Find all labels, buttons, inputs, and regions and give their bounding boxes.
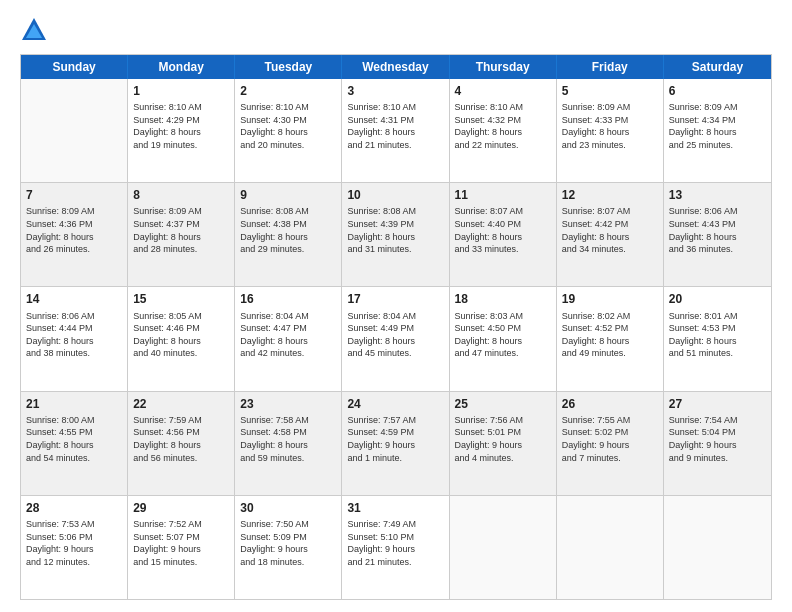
cell-info-line: Daylight: 9 hours [347,439,443,452]
cell-info-line: Sunset: 4:33 PM [562,114,658,127]
calendar-row: 28Sunrise: 7:53 AMSunset: 5:06 PMDayligh… [21,496,771,599]
cell-info-line: Daylight: 8 hours [455,335,551,348]
cell-info-line: Sunset: 5:09 PM [240,531,336,544]
day-number: 22 [133,396,229,412]
cell-info-line: and 29 minutes. [240,243,336,256]
cell-info-line: Daylight: 9 hours [133,543,229,556]
cell-info-line: Sunset: 4:52 PM [562,322,658,335]
cell-info-line: and 56 minutes. [133,452,229,465]
cell-info-line: Daylight: 8 hours [133,126,229,139]
cell-info-line: Daylight: 8 hours [240,335,336,348]
cell-info-line: Daylight: 8 hours [240,126,336,139]
cell-info-line: Daylight: 8 hours [26,335,122,348]
cell-info-line: Daylight: 8 hours [669,126,766,139]
cell-info-line: Sunrise: 8:10 AM [347,101,443,114]
calendar-cell: 29Sunrise: 7:52 AMSunset: 5:07 PMDayligh… [128,496,235,599]
cell-info-line: Sunrise: 8:02 AM [562,310,658,323]
calendar-cell: 8Sunrise: 8:09 AMSunset: 4:37 PMDaylight… [128,183,235,286]
cell-info-line: Daylight: 8 hours [26,439,122,452]
calendar-cell: 3Sunrise: 8:10 AMSunset: 4:31 PMDaylight… [342,79,449,182]
calendar-cell: 9Sunrise: 8:08 AMSunset: 4:38 PMDaylight… [235,183,342,286]
cell-info-line: and 47 minutes. [455,347,551,360]
cell-info-line: and 19 minutes. [133,139,229,152]
cell-info-line: Sunset: 5:07 PM [133,531,229,544]
calendar-cell: 17Sunrise: 8:04 AMSunset: 4:49 PMDayligh… [342,287,449,390]
calendar-cell: 5Sunrise: 8:09 AMSunset: 4:33 PMDaylight… [557,79,664,182]
cell-info-line: and 22 minutes. [455,139,551,152]
cell-info-line: Sunset: 4:47 PM [240,322,336,335]
cell-info-line: Sunrise: 7:52 AM [133,518,229,531]
calendar-cell: 24Sunrise: 7:57 AMSunset: 4:59 PMDayligh… [342,392,449,495]
cell-info-line: Sunrise: 8:07 AM [562,205,658,218]
cell-info-line: Sunset: 4:31 PM [347,114,443,127]
cell-info-line: Sunset: 4:49 PM [347,322,443,335]
cell-info-line: and 15 minutes. [133,556,229,569]
cell-info-line: Sunrise: 8:01 AM [669,310,766,323]
cell-info-line: Sunrise: 8:08 AM [240,205,336,218]
day-number: 7 [26,187,122,203]
cell-info-line: Sunset: 5:01 PM [455,426,551,439]
calendar-cell: 13Sunrise: 8:06 AMSunset: 4:43 PMDayligh… [664,183,771,286]
cell-info-line: Daylight: 9 hours [240,543,336,556]
cell-info-line: Sunset: 4:50 PM [455,322,551,335]
cell-info-line: and 51 minutes. [669,347,766,360]
day-number: 17 [347,291,443,307]
cell-info-line: Sunset: 4:42 PM [562,218,658,231]
cell-info-line: Daylight: 8 hours [347,335,443,348]
cell-info-line: Daylight: 8 hours [133,231,229,244]
cell-info-line: Sunrise: 8:04 AM [240,310,336,323]
day-number: 8 [133,187,229,203]
cell-info-line: and 26 minutes. [26,243,122,256]
cell-info-line: and 40 minutes. [133,347,229,360]
calendar-cell: 23Sunrise: 7:58 AMSunset: 4:58 PMDayligh… [235,392,342,495]
cell-info-line: and 59 minutes. [240,452,336,465]
calendar-cell: 25Sunrise: 7:56 AMSunset: 5:01 PMDayligh… [450,392,557,495]
cell-info-line: Sunset: 4:40 PM [455,218,551,231]
cell-info-line: and 45 minutes. [347,347,443,360]
day-number: 11 [455,187,551,203]
cell-info-line: and 54 minutes. [26,452,122,465]
cell-info-line: Sunset: 4:55 PM [26,426,122,439]
cell-info-line: and 21 minutes. [347,556,443,569]
calendar-cell [450,496,557,599]
calendar-header-cell: Friday [557,55,664,79]
calendar-cell: 30Sunrise: 7:50 AMSunset: 5:09 PMDayligh… [235,496,342,599]
cell-info-line: Sunrise: 8:04 AM [347,310,443,323]
calendar-cell: 31Sunrise: 7:49 AMSunset: 5:10 PMDayligh… [342,496,449,599]
cell-info-line: Sunrise: 8:05 AM [133,310,229,323]
cell-info-line: Sunrise: 7:57 AM [347,414,443,427]
cell-info-line: Sunset: 4:36 PM [26,218,122,231]
cell-info-line: Sunrise: 7:59 AM [133,414,229,427]
calendar-cell: 14Sunrise: 8:06 AMSunset: 4:44 PMDayligh… [21,287,128,390]
day-number: 27 [669,396,766,412]
cell-info-line: Sunset: 4:37 PM [133,218,229,231]
cell-info-line: Sunrise: 7:50 AM [240,518,336,531]
cell-info-line: Daylight: 8 hours [669,335,766,348]
cell-info-line: Sunset: 4:38 PM [240,218,336,231]
cell-info-line: Sunrise: 8:10 AM [240,101,336,114]
cell-info-line: Sunset: 4:46 PM [133,322,229,335]
cell-info-line: and 23 minutes. [562,139,658,152]
calendar-row: 14Sunrise: 8:06 AMSunset: 4:44 PMDayligh… [21,287,771,391]
calendar-cell: 12Sunrise: 8:07 AMSunset: 4:42 PMDayligh… [557,183,664,286]
day-number: 12 [562,187,658,203]
cell-info-line: Sunrise: 8:07 AM [455,205,551,218]
calendar-row: 7Sunrise: 8:09 AMSunset: 4:36 PMDaylight… [21,183,771,287]
calendar-cell [664,496,771,599]
cell-info-line: and 9 minutes. [669,452,766,465]
cell-info-line: and 34 minutes. [562,243,658,256]
cell-info-line: Sunrise: 7:53 AM [26,518,122,531]
calendar-cell: 27Sunrise: 7:54 AMSunset: 5:04 PMDayligh… [664,392,771,495]
calendar-cell: 26Sunrise: 7:55 AMSunset: 5:02 PMDayligh… [557,392,664,495]
cell-info-line: Sunrise: 8:10 AM [133,101,229,114]
cell-info-line: Sunset: 4:59 PM [347,426,443,439]
cell-info-line: Sunrise: 8:09 AM [133,205,229,218]
cell-info-line: and 42 minutes. [240,347,336,360]
cell-info-line: Sunset: 5:06 PM [26,531,122,544]
cell-info-line: and 25 minutes. [669,139,766,152]
cell-info-line: and 12 minutes. [26,556,122,569]
cell-info-line: Sunrise: 8:03 AM [455,310,551,323]
calendar-cell: 21Sunrise: 8:00 AMSunset: 4:55 PMDayligh… [21,392,128,495]
day-number: 5 [562,83,658,99]
cell-info-line: Daylight: 8 hours [240,231,336,244]
